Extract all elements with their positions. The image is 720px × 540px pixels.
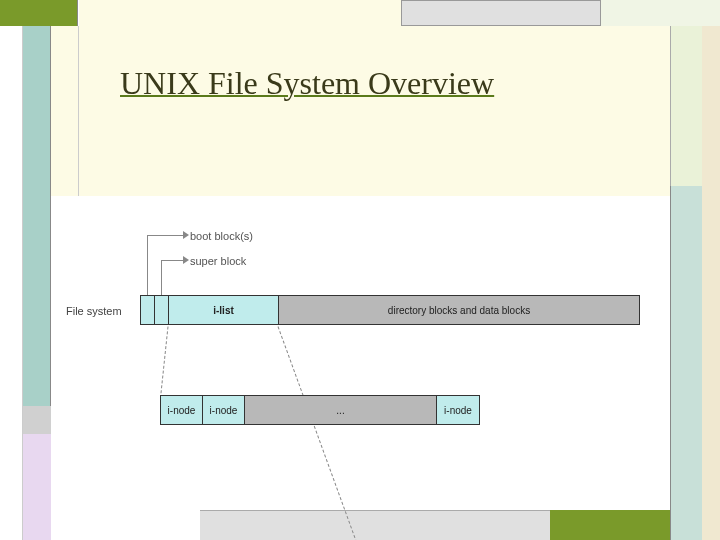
data-blocks-segment: directory blocks and data blocks: [279, 296, 639, 324]
frame-block: [401, 0, 601, 26]
expansion-line: [160, 326, 169, 398]
title-background: [79, 26, 670, 196]
inode-segment: i-node: [161, 396, 203, 424]
inode-segment: i-node: [437, 396, 479, 424]
arrow-line: [147, 235, 148, 295]
super-block-segment: [155, 296, 169, 324]
inode-ellipsis-segment: ...: [245, 396, 437, 424]
super-block-label: super block: [190, 255, 246, 267]
arrow-line: [161, 260, 183, 261]
frame-block: [23, 434, 51, 540]
frame-block: [702, 26, 720, 540]
filesystem-bar: i-list directory blocks and data blocks: [140, 295, 640, 325]
frame-block: [670, 26, 702, 186]
boot-block-label: boot block(s): [190, 230, 253, 242]
filesystem-label: File system: [66, 305, 122, 317]
frame-block: [0, 26, 23, 540]
page-title: UNIX File System Overview: [120, 65, 494, 102]
boot-block-segment: [141, 296, 155, 324]
frame-block: [51, 26, 79, 196]
frame-block: [550, 510, 670, 540]
arrow-head-icon: [183, 231, 189, 239]
filesystem-diagram: boot block(s) super block File system i-…: [60, 200, 660, 480]
frame-block: [79, 0, 401, 26]
frame-block: [23, 26, 51, 406]
inode-segment: i-node: [203, 396, 245, 424]
frame-block: [601, 0, 720, 26]
frame-block: [0, 0, 78, 26]
expansion-line: [278, 326, 358, 540]
frame-block: [200, 510, 550, 540]
ilist-segment: i-list: [169, 296, 279, 324]
inode-bar: i-node i-node ... i-node: [160, 395, 480, 425]
frame-block: [23, 406, 51, 434]
arrow-line: [161, 260, 162, 295]
frame-block: [670, 186, 702, 540]
arrow-head-icon: [183, 256, 189, 264]
arrow-line: [147, 235, 183, 236]
